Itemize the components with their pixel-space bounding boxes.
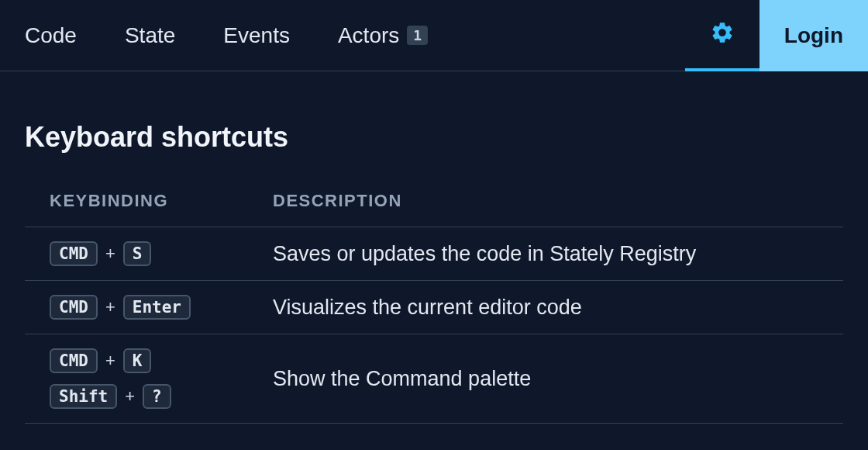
description-cell: Saves or updates the code in Stately Reg… (273, 242, 843, 266)
key: CMD (50, 241, 98, 266)
plus-separator: + (105, 297, 115, 317)
table-row: CMD + S Saves or updates the code in Sta… (25, 227, 843, 281)
tab-actors[interactable]: Actors 1 (338, 23, 428, 48)
key-combo: CMD + S (50, 241, 273, 266)
key: Shift (50, 384, 117, 409)
key: ? (143, 384, 171, 409)
tab-label: Actors (338, 23, 399, 48)
plus-separator: + (125, 386, 135, 407)
key-combo: CMD + Enter (50, 295, 273, 320)
login-label: Login (784, 23, 843, 48)
description-cell: Show the Command palette (273, 367, 843, 391)
login-button[interactable]: Login (760, 0, 868, 71)
tabs: Code State Events Actors 1 (25, 0, 685, 71)
key-combo: CMD + K (50, 348, 273, 373)
key: K (123, 348, 152, 373)
tab-label: State (125, 23, 175, 48)
key: CMD (50, 348, 98, 373)
table-header: Keybinding Description (25, 191, 843, 227)
plus-separator: + (105, 351, 115, 371)
settings-button[interactable] (685, 0, 760, 71)
shortcuts-table: Keybinding Description CMD + S Saves or … (25, 191, 843, 424)
tab-label: Code (25, 23, 77, 48)
column-header-description: Description (273, 191, 843, 211)
column-header-keybinding: Keybinding (25, 191, 273, 211)
actors-badge: 1 (407, 26, 428, 45)
header: Code State Events Actors 1 Login (0, 0, 868, 71)
page-title: Keyboard shortcuts (25, 121, 843, 154)
key: CMD (50, 295, 98, 320)
keybinding-cell: CMD + K Shift + ? (25, 348, 273, 409)
table-row: CMD + K Shift + ? Show the Command palet… (25, 334, 843, 424)
content: Keyboard shortcuts Keybinding Descriptio… (0, 71, 868, 424)
tab-code[interactable]: Code (25, 23, 77, 48)
key: S (123, 241, 152, 266)
table-row: CMD + Enter Visualizes the current edito… (25, 281, 843, 334)
tab-label: Events (223, 23, 290, 48)
key-combo: Shift + ? (50, 384, 273, 409)
tab-state[interactable]: State (125, 23, 175, 48)
tab-events[interactable]: Events (223, 23, 290, 48)
description-cell: Visualizes the current editor code (273, 296, 843, 320)
gear-icon (710, 20, 735, 48)
plus-separator: + (105, 244, 115, 264)
keybinding-cell: CMD + Enter (25, 295, 273, 320)
key: Enter (123, 295, 191, 320)
keybinding-cell: CMD + S (25, 241, 273, 266)
